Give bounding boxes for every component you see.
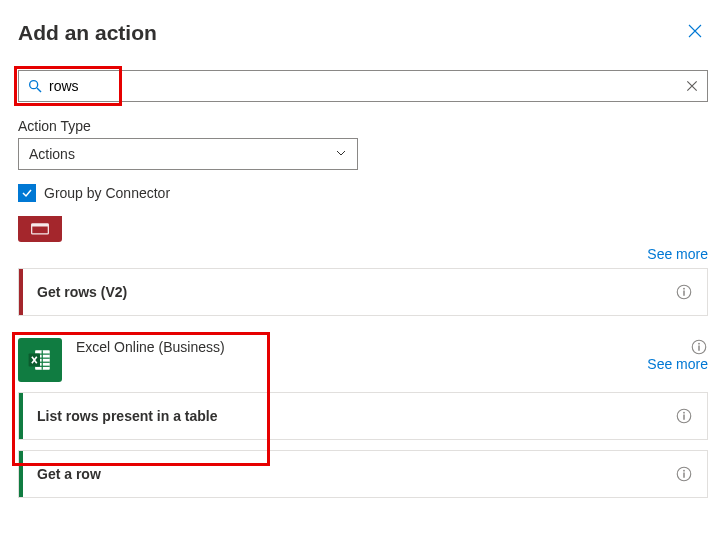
see-more-link[interactable]: See more	[18, 246, 708, 262]
info-icon[interactable]	[675, 283, 693, 301]
close-button[interactable]	[682, 18, 708, 48]
info-icon[interactable]	[690, 338, 708, 356]
checkmark-icon	[18, 184, 36, 202]
svg-point-20	[683, 470, 685, 472]
search-box[interactable]	[18, 70, 708, 102]
group-by-connector-label: Group by Connector	[44, 185, 170, 201]
connector-excel-title[interactable]: Excel Online (Business)	[76, 339, 225, 355]
action-list-rows-present[interactable]: List rows present in a table	[18, 392, 708, 440]
connector-bar	[19, 269, 23, 315]
see-more-link[interactable]: See more	[76, 356, 708, 372]
chevron-down-icon	[335, 146, 347, 162]
svg-rect-21	[683, 473, 685, 478]
svg-rect-11	[42, 350, 43, 370]
group-by-connector-checkbox[interactable]: Group by Connector	[18, 184, 708, 202]
action-label: List rows present in a table	[37, 408, 675, 424]
svg-point-0	[30, 81, 38, 89]
connector-sql-icon[interactable]	[18, 216, 62, 242]
page-title: Add an action	[18, 21, 157, 45]
search-icon	[27, 78, 43, 94]
excel-icon[interactable]	[18, 338, 62, 382]
svg-rect-18	[683, 415, 685, 420]
svg-rect-15	[698, 346, 700, 351]
close-icon	[686, 26, 704, 43]
action-label: Get rows (V2)	[37, 284, 675, 300]
connector-bar	[19, 393, 23, 439]
info-icon[interactable]	[675, 465, 693, 483]
clear-search-button[interactable]	[685, 79, 699, 93]
connector-bar	[19, 451, 23, 497]
action-get-a-row[interactable]: Get a row	[18, 450, 708, 498]
action-get-rows-v2[interactable]: Get rows (V2)	[18, 268, 708, 316]
svg-point-14	[698, 343, 700, 345]
svg-point-17	[683, 412, 685, 414]
svg-rect-2	[32, 224, 49, 227]
svg-point-4	[683, 288, 685, 290]
info-icon[interactable]	[675, 407, 693, 425]
search-input[interactable]	[49, 71, 685, 101]
action-type-value: Actions	[29, 146, 75, 162]
action-label: Get a row	[37, 466, 675, 482]
action-type-label: Action Type	[18, 118, 708, 134]
svg-rect-5	[683, 291, 685, 296]
action-type-select[interactable]: Actions	[18, 138, 358, 170]
